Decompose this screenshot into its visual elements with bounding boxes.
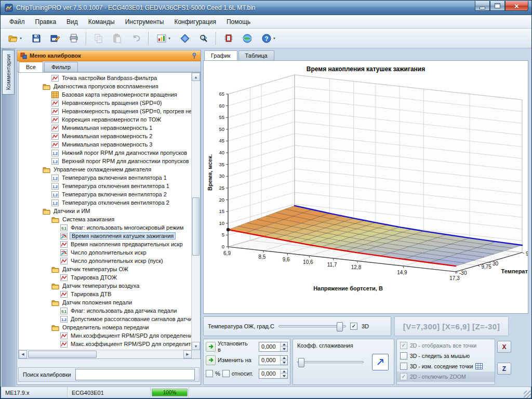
close-button[interactable]	[505, 1, 528, 11]
tree-item[interactable]: Число дополнительных искр (пуск)	[19, 257, 192, 265]
tab-table[interactable]: Таблица	[238, 50, 274, 60]
vertical-scrollbar[interactable]	[191, 73, 200, 350]
print-button[interactable]	[65, 30, 83, 47]
tree-item-selected[interactable]: Время накопления катушек зажигания	[19, 232, 192, 240]
tree-item[interactable]: 1.2Верхний порог RPM для диагностики про…	[19, 157, 192, 165]
tree-item[interactable]: Определитель номера передачи	[19, 323, 192, 331]
search-button[interactable]	[195, 30, 212, 47]
dropdown-arrow-icon[interactable]: ▼	[273, 37, 276, 40]
tree-item[interactable]: Базовая карта неравномерности вращения	[19, 90, 192, 99]
dropdown-arrow-icon[interactable]: ▼	[19, 37, 22, 40]
chart-panel[interactable]: 051015202530354045505560656,98,59,610,61…	[203, 60, 528, 314]
scroll-down-button[interactable]	[192, 342, 200, 350]
chip-button[interactable]	[220, 30, 237, 47]
chart-compare-button[interactable]: ▼	[152, 30, 175, 47]
z-axis-button[interactable]: Z	[497, 363, 511, 375]
change-arrow-icon[interactable]	[206, 355, 216, 365]
search-input[interactable]	[75, 369, 195, 380]
undo-button[interactable]	[127, 30, 145, 47]
pin-icon[interactable]	[191, 52, 197, 59]
tree-item[interactable]: 1.2Температура включения вентилятора 1	[19, 174, 192, 182]
tree-item[interactable]: Мин.коэффициент RPM/SPD для определения	[19, 331, 192, 340]
menu-item-7[interactable]: Помощь	[222, 16, 255, 28]
tree-item[interactable]: Минимальная неравномерность 1	[19, 124, 192, 132]
apply-smoothing-button[interactable]	[372, 354, 389, 370]
spin-up-button[interactable]	[281, 356, 287, 360]
menu-item-3[interactable]: Вид	[62, 16, 83, 28]
tree-item[interactable]: Макс.коэффициент RPM/SPD для определител	[19, 340, 192, 348]
tree-item[interactable]: Неравномерность вращения (SPD=0, прогрев…	[19, 107, 192, 115]
checkbox-relative[interactable]	[222, 370, 230, 377]
smoothing-slider[interactable]	[297, 358, 364, 366]
tree-item[interactable]: Минимальная неравномерность 2	[19, 132, 192, 140]
option-checkbox-3[interactable]	[400, 363, 407, 370]
checkbox-percent[interactable]	[206, 370, 213, 377]
paste-button[interactable]	[109, 30, 126, 47]
scroll-right-button[interactable]	[183, 350, 192, 358]
copy-button[interactable]	[90, 30, 108, 47]
info-diamond-button[interactable]	[176, 30, 194, 47]
tree-item[interactable]: Датчик температуры воздуха	[19, 282, 192, 290]
help-button[interactable]: ?▼	[257, 30, 280, 47]
tree-item[interactable]: Тарировка ДТВ	[19, 290, 192, 298]
tree-item[interactable]: Система зажигания	[19, 215, 192, 223]
set-value-field[interactable]: 0,000	[259, 342, 280, 351]
spin-down-button[interactable]	[281, 360, 287, 365]
option-checkbox-1[interactable]	[400, 342, 407, 349]
spin-up-button[interactable]	[281, 369, 287, 374]
vertical-scroll-thumb[interactable]	[192, 197, 200, 256]
checkbox-3d[interactable]	[350, 323, 357, 330]
tab-graph[interactable]: График	[204, 50, 237, 61]
spin-up-button[interactable]	[281, 342, 287, 347]
save-button[interactable]	[28, 30, 45, 47]
internet-button[interactable]	[238, 30, 256, 47]
dropdown-arrow-icon[interactable]: ▼	[168, 37, 171, 40]
minimize-button[interactable]	[475, 1, 490, 11]
horizontal-scroll-thumb[interactable]	[28, 351, 97, 358]
tree-item[interactable]: Время накопления предварительных искр	[19, 240, 192, 248]
option-checkbox-2[interactable]	[400, 352, 407, 360]
tree-item[interactable]: Неравномерность вращения (SPD=0)	[19, 99, 192, 107]
resize-grip[interactable]	[524, 391, 531, 398]
tree-item[interactable]: Диагностика пропусков воспламенения	[19, 82, 192, 90]
change-value-field[interactable]: 0,000	[259, 356, 280, 365]
maximize-button[interactable]	[490, 1, 505, 11]
option-row-3[interactable]: 3D - изм. соседние точки	[397, 361, 495, 371]
save-as-button[interactable]	[46, 30, 64, 47]
scroll-left-button[interactable]	[19, 350, 27, 358]
tree-item[interactable]: 0.1Флаг: использовать два датчика педали	[19, 307, 192, 315]
option-row-2[interactable]: 3D - следить за мышью	[397, 351, 495, 361]
set-arrow-icon[interactable]	[206, 342, 216, 352]
relative-value-field[interactable]: 0,000	[259, 369, 280, 378]
tree-item[interactable]: 0.1Флаг: использовать многоискровый режи…	[19, 223, 192, 232]
tree-item[interactable]: 1.2Нижний порог RPM для диагностики проп…	[19, 149, 192, 157]
tree-item[interactable]: Число дополнительных искр	[19, 248, 192, 257]
tree-item[interactable]: 1.2Температура включения вентилятора 2	[19, 190, 192, 198]
tree-item[interactable]: Датчик положения педали	[19, 298, 192, 307]
spin-down-button[interactable]	[281, 374, 287, 378]
tab-filter[interactable]: Фильтр	[44, 62, 78, 72]
spin-down-button[interactable]	[281, 347, 287, 351]
option-row-4[interactable]: 2D - отключить ZOOM	[397, 371, 495, 382]
tree-item[interactable]: 1.2Допустимое рассогласование сигналов д…	[19, 315, 192, 323]
comments-side-tab[interactable]: Комментарии	[2, 50, 15, 95]
tree-item[interactable]: 1.2Температура отключения вентилятора 2	[19, 198, 192, 207]
menu-item-6[interactable]: Конфигурация	[169, 16, 221, 28]
tree-item[interactable]: Точка настройки Bandpass-фильтра	[19, 74, 192, 82]
menu-item-2[interactable]: Правка	[31, 16, 61, 28]
menu-item-4[interactable]: Команды	[84, 16, 119, 28]
menu-item-5[interactable]: Инструменты	[121, 16, 169, 28]
menu-item-1[interactable]: Файл	[5, 16, 30, 28]
scroll-up-button[interactable]	[192, 73, 200, 81]
tree-item[interactable]: Коррекция неравномерности по ТОЖ	[19, 115, 192, 124]
option-row-1[interactable]: 2D - отображать все точки	[397, 340, 495, 351]
tree-item[interactable]: 1.2Температура отключения вентилятора 1	[19, 182, 192, 190]
tree-item[interactable]: Управление охлаждением двигателя	[19, 165, 192, 174]
open-file-button[interactable]: ▼	[4, 30, 26, 47]
tree-item[interactable]: Тарировка ДТОЖ	[19, 273, 192, 282]
tree-item[interactable]: Датчики и ИМ	[19, 207, 192, 215]
x-axis-button[interactable]: X	[497, 341, 511, 353]
option-checkbox-4[interactable]	[400, 373, 407, 380]
temperature-slider[interactable]	[278, 322, 346, 330]
tab-all[interactable]: Все	[19, 61, 43, 72]
